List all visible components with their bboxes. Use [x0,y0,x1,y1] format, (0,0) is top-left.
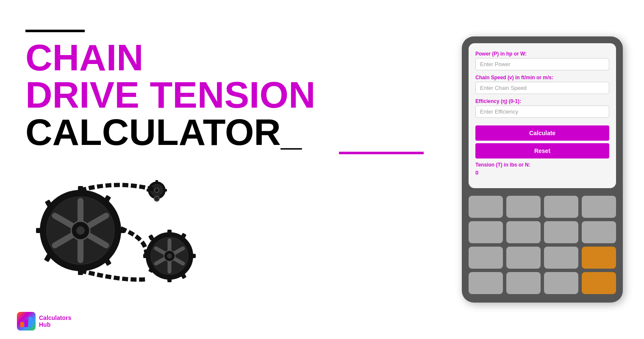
svg-rect-33 [155,180,158,183]
title-word-calculator: CALCULATOR_ [25,114,424,151]
logo-text-top: Calculators [39,314,71,321]
svg-rect-39 [25,320,28,327]
title-word-chain: CHAIN [25,39,424,76]
key-1-4[interactable] [582,196,616,218]
key-2-3[interactable] [544,221,578,243]
key-2-4[interactable] [582,221,616,243]
power-field-group: Power (P) in hp or W: [475,51,609,70]
key-3-3[interactable] [544,247,578,269]
calculator-screen: Power (P) in hp or W: Chain Speed (v) in… [469,43,616,188]
main-title: CHAIN DRIVE TENSION CALCULATOR_ [25,39,424,151]
power-label: Power (P) in hp or W: [475,51,609,57]
logo-text: Calculators Hub [39,314,71,328]
key-2-2[interactable] [506,221,541,243]
key-2-1[interactable] [469,221,503,243]
logo-icon [17,312,36,331]
svg-rect-38 [20,322,24,327]
power-input[interactable] [475,58,609,70]
title-underline-wrapper [25,152,424,154]
key-4-3[interactable] [544,272,578,294]
svg-rect-24 [191,254,196,258]
efficiency-input[interactable] [475,106,609,118]
svg-rect-40 [29,317,32,327]
chain-speed-label: Chain Speed (v) in ft/min or m/s: [475,75,609,81]
key-4-4-orange[interactable] [582,272,616,294]
gear-illustration [25,163,229,290]
calculate-button[interactable]: Calculate [475,125,609,141]
left-section: CHAIN DRIVE TENSION CALCULATOR_ [0,0,449,339]
key-4-1[interactable] [469,272,503,294]
svg-point-37 [154,196,159,201]
svg-rect-10 [36,228,43,233]
calculator-keypad [469,194,616,296]
result-label: Tension (T) in lbs or N: [475,162,609,168]
logo-text-bottom: Hub [39,321,71,328]
result-value: 0 [475,170,478,176]
key-3-4-orange[interactable] [582,247,616,269]
key-1-2[interactable] [506,196,541,218]
key-1-3[interactable] [544,196,578,218]
key-3-1[interactable] [469,247,503,269]
chain-speed-field-group: Chain Speed (v) in ft/min or m/s: [475,75,609,94]
key-4-2[interactable] [506,272,541,294]
calculator-device: Power (P) in hp or W: Chain Speed (v) in… [462,36,623,303]
svg-rect-35 [164,189,167,192]
result-group: Tension (T) in lbs or N: 0 [475,162,609,176]
svg-point-21 [167,253,172,258]
efficiency-field-group: Efficiency (η) (0-1): [475,98,609,118]
logo: Calculators Hub [17,312,71,331]
svg-rect-22 [167,230,172,235]
title-underline [339,152,424,154]
gear-svg [25,163,229,286]
title-bar-decoration [25,30,85,32]
chain-speed-input[interactable] [475,82,609,94]
key-3-2[interactable] [506,247,541,269]
svg-point-6 [76,226,85,235]
title-word-drive-tension: DRIVE TENSION [25,76,424,114]
right-section: Power (P) in hp or W: Chain Speed (v) in… [449,0,644,339]
reset-button[interactable]: Reset [475,143,609,158]
svg-rect-23 [167,277,172,282]
key-1-1[interactable] [469,196,503,218]
efficiency-label: Efficiency (η) (0-1): [475,98,609,104]
